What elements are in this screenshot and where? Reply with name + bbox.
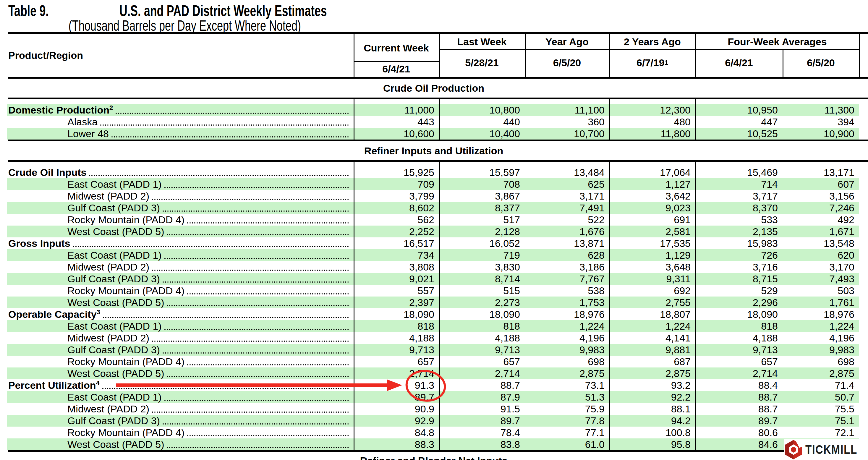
dotted-leader [103,317,349,318]
row-value: 522 [525,214,609,225]
table-row: Alaska443440360480447394 [7,116,859,128]
row-label-cell: Rocky Mountain (PADD 4) [7,285,353,297]
table-row: East Coast (PADD 1)8188181,2241,2248181,… [7,320,859,332]
row-label-cell: Gulf Coast (PADD 3) [7,273,353,285]
row-value: 10,900 [782,128,859,140]
dotted-leader [163,352,349,354]
header-right-border [859,34,860,77]
row-label: Percent Utilization4 [8,379,100,391]
row-value: 517 [439,214,525,225]
row-value: 18,807 [609,308,695,320]
row-value: 100.8 [609,427,695,438]
watermark-tickmill: TICKMILL [784,439,868,460]
row-value: 17,535 [609,237,695,249]
table-header: Product/Region Current Week Last Week Ye… [0,34,868,77]
row-label: Gross Inputs [8,237,70,249]
row-value: 3,808 [353,261,439,273]
column-date-four-week-avg-2: 6/5/20 [783,50,858,76]
row-value: 3,716 [695,261,782,273]
row-label-cell: Alaska [7,116,353,128]
row-label: Gulf Coast (PADD 3) [67,202,160,214]
row-label: Alaska [67,116,98,128]
row-value: 11,100 [525,104,609,116]
row-value: 11,000 [353,104,439,116]
table-row: Rocky Mountain (PADD 4)84.878.477.1100.8… [7,427,859,438]
row-value: 2,714 [353,367,439,379]
table-row: Gross Inputs16,51716,05213,87117,53515,9… [7,237,859,249]
row-value: 92.2 [609,391,695,403]
row-label: West Coast (PADD 5) [67,297,164,308]
row-value: 9,311 [609,273,695,285]
row-label-cell: Percent Utilization4 [7,379,353,391]
row-value: 15,469 [695,166,782,178]
row-value: 2,875 [782,367,859,379]
table-row: East Coast (PADD 1)7347196281,129726620 [7,249,859,261]
row-value: 8,714 [439,273,525,285]
row-value: 709 [353,178,439,190]
row-value: 13,548 [782,237,859,249]
dotted-leader [187,222,349,223]
row-value: 2,714 [439,367,525,379]
row-value: 4,188 [353,332,439,344]
row-value: 88.3 [353,438,439,450]
table-row: Gulf Coast (PADD 3)92.989.777.894.289.77… [7,415,859,427]
row-label: Gulf Coast (PADD 3) [67,273,160,285]
row-value: 9,713 [439,344,525,356]
table-subtitle: (Thousand Barrels per Day Except Where N… [8,18,301,33]
row-label-cell: West Coast (PADD 5) [7,438,353,450]
row-value: 16,517 [353,237,439,249]
dotted-leader [167,305,349,306]
row-value: 3,186 [525,261,609,273]
row-value: 3,799 [353,190,439,202]
table-title: Table 9.U.S. and PAD District Weekly Est… [8,3,327,18]
row-value: 492 [782,214,859,225]
dotted-leader [167,234,349,235]
row-value: 10,950 [695,104,782,116]
row-value: 2,135 [695,225,782,237]
row-value: 8,715 [695,273,782,285]
row-value: 515 [439,285,525,297]
row-value: 557 [353,285,439,297]
row-value: 503 [782,285,859,297]
row-value: 734 [353,249,439,261]
dotted-leader [73,246,349,247]
row-value: 7,493 [782,273,859,285]
row-label-cell: East Coast (PADD 1) [7,320,353,332]
row-value: 78.4 [439,427,525,438]
row-value: 698 [525,356,609,367]
row-value: 93.2 [609,379,695,391]
row-value: 394 [782,116,859,128]
row-value: 75.9 [525,403,609,415]
row-value: 3,171 [525,190,609,202]
dotted-leader [164,400,349,401]
row-value: 4,188 [439,332,525,344]
column-header-current-week: Current Week [359,35,434,60]
dotted-leader [152,199,349,200]
column-header-four-week-averages: Four-Week Averages [696,35,858,49]
row-value: 818 [353,320,439,332]
row-value: 87.9 [439,391,525,403]
row-value: 91.3 [353,379,439,391]
table-row: Percent Utilization491.388.773.193.288.4… [7,379,859,391]
row-value: 1,753 [525,297,609,308]
dotted-leader [102,388,349,389]
row-label-cell: West Coast (PADD 5) [7,297,353,308]
footnote-marker: 4 [96,379,100,387]
body-column-divider [609,162,610,450]
row-label-cell: Rocky Mountain (PADD 4) [7,427,353,438]
row-value: 88.7 [439,379,525,391]
row-value: 480 [609,116,695,128]
row-label-cell: East Coast (PADD 1) [7,178,353,190]
dotted-leader [187,364,349,365]
row-value: 4,188 [695,332,782,344]
body-column-divider [353,99,354,140]
footnote-marker: 3 [97,308,100,316]
row-value: 89.7 [353,391,439,403]
row-value: 15,983 [695,237,782,249]
table-row: Gulf Coast (PADD 3)9,0218,7147,7679,3118… [7,273,859,285]
dotted-leader [112,136,349,137]
row-value: 3,156 [782,190,859,202]
row-value: 657 [695,356,782,367]
dotted-leader [164,329,349,330]
row-value: 2,714 [695,367,782,379]
